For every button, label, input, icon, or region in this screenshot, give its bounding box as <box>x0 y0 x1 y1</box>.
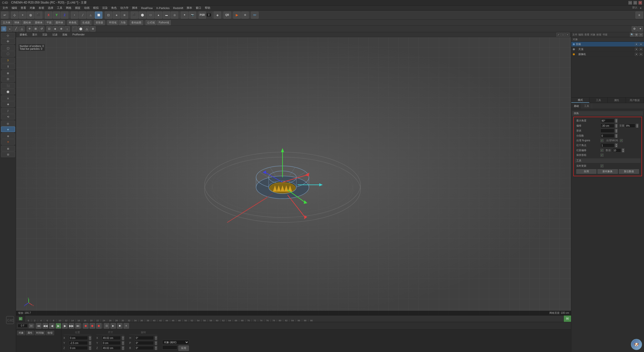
tb2-plane[interactable]: 平面 <box>45 20 53 25</box>
rot-p-down[interactable]: ▼ <box>155 343 157 345</box>
y-axis-btn[interactable]: Y <box>53 12 60 19</box>
ls-question[interactable]: ? <box>1 58 15 63</box>
ls-poly2[interactable]: ⬤ <box>1 89 15 94</box>
rat-basic[interactable]: 基础 <box>571 103 582 109</box>
rmt-userdata[interactable]: 用户数据 <box>626 98 644 103</box>
tb2-field[interactable]: 力场 <box>119 20 127 25</box>
snap-grid[interactable]: ⊞ <box>121 12 128 19</box>
menu-script2[interactable]: 脚本 <box>185 6 194 10</box>
close-button[interactable]: × <box>638 1 642 5</box>
rat-tools[interactable]: 工具 <box>582 103 592 109</box>
tb2-formula[interactable]: 公式域 <box>145 20 156 25</box>
rot-b-input[interactable] <box>135 346 154 350</box>
tb3-snap1[interactable]: ⊡ <box>46 26 52 32</box>
menu-character[interactable]: 角色 <box>110 6 118 10</box>
pb-prev-frame[interactable]: ◀ <box>49 323 55 329</box>
pb-prev-key[interactable]: ◀◀ <box>43 323 48 329</box>
pb-go-end[interactable]: ⏭ <box>75 323 81 329</box>
ls-grid2[interactable]: ⊟ <box>1 152 15 157</box>
menu-object[interactable]: 对象 <box>28 6 37 10</box>
ls-fill[interactable]: ✕ <box>1 139 15 145</box>
bp-corner-input[interactable] <box>600 143 614 147</box>
vp-tab-camera[interactable]: 摄像机 <box>18 33 29 37</box>
fps-display[interactable]: 30 <box>29 324 34 328</box>
menu-mesh[interactable]: 网格 <box>64 6 73 10</box>
bp-offset-input[interactable] <box>600 124 614 128</box>
menu-simulate[interactable]: 模拟 <box>92 6 100 10</box>
vp-tab-prorender[interactable]: ProRender <box>70 33 87 36</box>
ls-loop[interactable]: ⟲ <box>1 114 15 119</box>
realflow-btn[interactable]: RF <box>251 12 259 19</box>
size-x-input[interactable] <box>102 336 121 340</box>
size-y-down[interactable]: ▼ <box>122 343 124 345</box>
camera-create[interactable]: 📷 <box>189 12 196 19</box>
tb3-snap3[interactable]: ⊕ <box>58 26 64 32</box>
bp-corner-up[interactable]: ▲ <box>615 143 618 145</box>
obj-lock-sky[interactable]: ● <box>639 48 642 51</box>
bp-max-angle-up[interactable]: ▲ <box>615 119 618 121</box>
menu-view[interactable]: 查看 <box>19 6 28 10</box>
ls-bevel[interactable]: ◈ <box>1 101 15 107</box>
bl-tab-timeline[interactable]: 时间轴 <box>35 331 45 335</box>
bp-face-offset-down[interactable]: ▼ <box>622 150 624 152</box>
size-z-input[interactable] <box>102 346 121 350</box>
size-x-down[interactable]: ▼ <box>122 338 124 340</box>
sphere-create[interactable]: ⬤ <box>139 12 146 19</box>
pb-extra2[interactable]: ▶ <box>110 323 116 329</box>
render-btn[interactable]: ▶ <box>233 12 241 19</box>
tb2-cylinder[interactable]: 圆柱体 <box>22 20 33 25</box>
pos-y-up[interactable]: ▲ <box>89 341 91 343</box>
tb3-extra3[interactable]: △ <box>84 26 90 32</box>
ls-pivot[interactable]: ⊡ <box>1 76 15 82</box>
tb2-python[interactable]: Python域 <box>157 20 171 25</box>
rot-p-input[interactable] <box>135 341 154 345</box>
bp-face-offset-up[interactable]: ▲ <box>622 148 624 150</box>
tb2-colormap[interactable]: 着色贴图 <box>130 20 143 25</box>
edge-mode[interactable]: ╱ <box>79 12 86 19</box>
vp-tab-panel[interactable]: 面板 <box>60 33 69 37</box>
ls-grid1[interactable]: ⊞ <box>1 146 15 151</box>
cone-create[interactable]: ▲ <box>155 12 162 19</box>
bp-subdivisions-down[interactable]: ▼ <box>615 136 618 138</box>
pos-x-down[interactable]: ▼ <box>89 338 91 340</box>
rot-h-input[interactable] <box>135 336 154 340</box>
snap-magnet[interactable]: ◈ <box>214 12 221 19</box>
snap-enable[interactable]: ⊡ <box>105 12 112 19</box>
menu-script[interactable]: 脚本 <box>131 6 139 10</box>
ls-lasso[interactable]: 〇 <box>1 51 15 57</box>
pb-go-start[interactable]: ⏮ <box>36 323 42 329</box>
tb3-snap2[interactable]: ◈ <box>52 26 58 32</box>
size-z-down[interactable]: ▼ <box>122 348 124 350</box>
current-frame-display[interactable]: 0 F <box>18 324 28 328</box>
menu-render[interactable]: 渲染 <box>101 6 109 10</box>
tb2-spline[interactable]: 样条线 <box>67 20 78 25</box>
size-x-up[interactable]: ▲ <box>122 336 124 338</box>
bp-offset-extra-input[interactable] <box>625 124 635 128</box>
bp-shape-input[interactable] <box>600 129 614 133</box>
tb3-scale[interactable]: ⊞ <box>33 26 38 32</box>
tb3-right2[interactable]: ✦ <box>637 26 643 32</box>
timeline-start-btn[interactable]: ▶ <box>19 317 22 320</box>
obj-vis-camera[interactable]: ● <box>635 53 638 56</box>
scene-obj-sky[interactable]: 天顶 ● ● <box>571 47 644 52</box>
bp-max-angle-down[interactable]: ▼ <box>615 121 618 123</box>
coord-mode-dropdown[interactable]: 对象 (相对) <box>162 340 189 344</box>
pos-z-input[interactable] <box>69 346 88 350</box>
tb3-extra1[interactable]: ⬛ <box>72 26 77 32</box>
pb-play[interactable]: ▶ <box>56 323 61 329</box>
vp-tab-render[interactable]: 渲染 <box>40 33 49 37</box>
bp-face-offset-extra-input[interactable] <box>612 148 621 152</box>
tb3-rotate[interactable]: ↺ <box>39 26 44 32</box>
timeline-ruler[interactable]: 0 2 4 6 8 10 12 14 16 18 20 22 24 26 <box>25 316 564 322</box>
bp-shape-down[interactable]: ▼ <box>615 131 618 133</box>
viewport-canvas[interactable]: Number of emitters: 0 Total live particl… <box>16 37 571 315</box>
bp-keep-shape-checkbox[interactable] <box>600 154 603 157</box>
pb-extra1[interactable]: ⊡ <box>104 323 109 329</box>
bevel-apply-btn[interactable]: 应用 <box>576 169 596 174</box>
size-z-up[interactable]: ▲ <box>122 346 124 348</box>
bp-shape-up[interactable]: ▲ <box>615 129 618 131</box>
maximize-button[interactable]: □ <box>633 1 637 5</box>
obj-mode[interactable]: ⬜ <box>95 12 102 19</box>
tb2-deformer[interactable]: 变形器 <box>94 20 105 25</box>
bl-tab-obj[interactable]: 对象 <box>17 331 25 335</box>
